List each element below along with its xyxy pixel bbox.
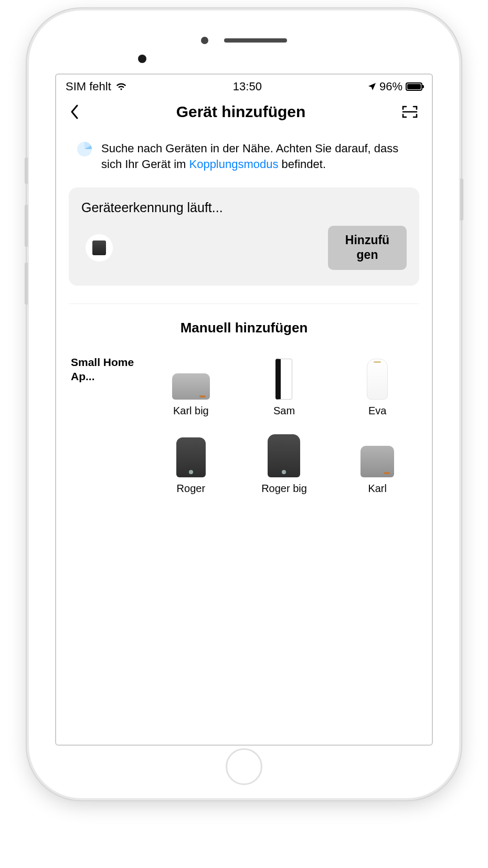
device-label: Karl	[368, 483, 387, 495]
manual-add-title: Manuell hinzufügen	[56, 320, 432, 336]
category-column: Small Home Ap...	[71, 355, 147, 495]
search-info-row: Suche nach Geräten in der Nähe. Achten S…	[56, 130, 432, 177]
scan-icon[interactable]	[401, 104, 418, 119]
battery-percent: 96%	[379, 80, 402, 93]
battery-icon	[406, 82, 422, 91]
device-label: Eva	[368, 405, 386, 417]
device-item[interactable]: Roger big	[240, 433, 328, 495]
home-button[interactable]	[226, 748, 262, 785]
status-bar: SIM fehlt 13:50 96%	[56, 75, 432, 97]
phone-top-cluster	[201, 37, 287, 44]
phone-side-button	[25, 158, 28, 184]
device-image	[356, 355, 398, 400]
device-label: Sam	[273, 405, 295, 417]
device-image	[263, 355, 305, 400]
phone-sensor-icon	[201, 37, 208, 44]
device-image	[170, 433, 212, 477]
category-label[interactable]: Small Home Ap...	[71, 355, 147, 384]
spinner-icon	[77, 142, 92, 156]
device-icon	[92, 240, 106, 255]
device-image	[263, 433, 305, 477]
device-image	[356, 433, 398, 477]
back-button[interactable]	[70, 103, 80, 120]
info-text-after: befindet.	[279, 158, 326, 171]
location-icon	[368, 82, 376, 91]
detection-row: Hinzufü gen	[81, 226, 407, 269]
phone-speaker	[224, 38, 287, 43]
page-title: Gerät hinzufügen	[176, 103, 306, 121]
status-left: SIM fehlt	[66, 80, 127, 93]
device-grid: Karl bigSamEvaRogerRoger bigKarl	[147, 355, 427, 495]
phone-side-button	[25, 263, 28, 305]
device-label: Karl big	[173, 405, 209, 417]
status-right: 96%	[368, 80, 422, 93]
device-item[interactable]: Sam	[240, 355, 328, 417]
search-info-text: Suche nach Geräten in der Nähe. Achten S…	[101, 141, 416, 172]
device-item[interactable]: Eva	[333, 355, 421, 417]
divider	[69, 304, 419, 304]
phone-frame: SIM fehlt 13:50 96% Gerät hinzufügen	[29, 11, 459, 798]
status-time: 13:50	[233, 80, 262, 93]
device-image	[170, 355, 212, 400]
manual-body: Small Home Ap... Karl bigSamEvaRogerRoge…	[56, 355, 432, 495]
detection-title: Geräteerkennung läuft...	[81, 200, 407, 215]
phone-side-button	[460, 179, 463, 221]
device-label: Roger big	[261, 483, 307, 495]
screen: SIM fehlt 13:50 96% Gerät hinzufügen	[55, 74, 433, 746]
pairing-mode-link[interactable]: Kopplungsmodus	[189, 158, 278, 171]
device-item[interactable]: Karl big	[147, 355, 235, 417]
device-label: Roger	[177, 483, 205, 495]
carrier-label: SIM fehlt	[66, 80, 111, 93]
wifi-icon	[115, 82, 127, 91]
nav-header: Gerät hinzufügen	[56, 97, 432, 130]
phone-camera-icon	[138, 55, 146, 63]
phone-side-button	[25, 205, 28, 247]
detected-device-thumb[interactable]	[86, 234, 113, 262]
device-item[interactable]: Roger	[147, 433, 235, 495]
detection-card: Geräteerkennung läuft... Hinzufü gen	[69, 187, 419, 285]
add-button[interactable]: Hinzufü gen	[328, 226, 407, 269]
device-item[interactable]: Karl	[333, 433, 421, 495]
